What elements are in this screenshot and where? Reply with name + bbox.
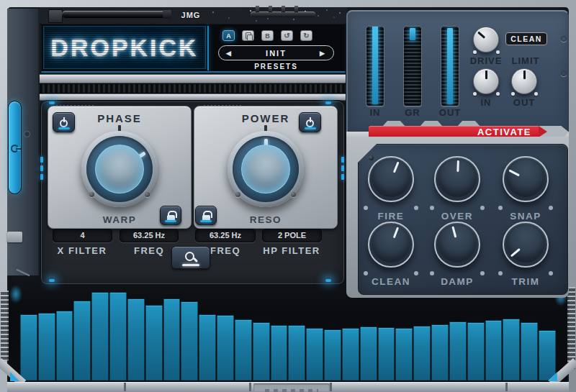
knob-max-dot: [496, 50, 500, 54]
spectrum-bar: [145, 305, 163, 380]
frame-notch: [124, 383, 126, 391]
lock-led: [200, 220, 212, 222]
brand-logo: JMG: [177, 9, 204, 21]
preset-slot-b-button[interactable]: B: [261, 30, 274, 41]
spectrum-bar: [127, 298, 145, 380]
circuit-speckles: [40, 7, 41, 9]
spectrum-bar: [485, 320, 503, 380]
knob-min-dot: [364, 271, 368, 275]
preset-copy-button[interactable]: [242, 30, 254, 41]
knob-max-dot: [496, 92, 500, 96]
knob-max-dot: [414, 206, 418, 210]
magnify-button[interactable]: [171, 246, 210, 269]
out-knob-label: OUT: [504, 97, 544, 108]
knob-screw: [291, 192, 296, 197]
frame-ladder-left: [1, 291, 9, 360]
over-knob[interactable]: OVER: [425, 150, 490, 224]
trim-knob[interactable]: TRIM: [493, 216, 558, 289]
knob-pointer: [474, 69, 498, 94]
spectrum-bar: [521, 322, 538, 380]
limit-mode-display[interactable]: CLEAN: [505, 32, 547, 45]
power-lock-button[interactable]: [195, 206, 217, 225]
spectrum-bar: [306, 328, 323, 380]
panel-corner-glow: [49, 279, 55, 282]
frame-notch: [249, 383, 251, 391]
meter-gr-label: GR: [398, 107, 427, 118]
master-power-pill[interactable]: [8, 101, 22, 194]
lock-led: [165, 220, 176, 222]
preset-prev-arrow[interactable]: ◀: [226, 46, 233, 61]
preset-selector[interactable]: ◀ INIT ▶: [218, 45, 334, 60]
hp-filter-value[interactable]: 2 POLE: [262, 229, 322, 242]
preset-next-arrow[interactable]: ▶: [320, 46, 326, 61]
presets-section-label: PRESETS: [218, 63, 334, 70]
magnify-underline: [182, 264, 199, 266]
spectrum-bar: [271, 325, 288, 380]
spectrum-bar: [38, 313, 55, 380]
spectrum-bar: [217, 315, 234, 380]
meter-out-fill: [447, 28, 453, 104]
damp-knob[interactable]: DAMP: [425, 216, 490, 289]
x-filter-value[interactable]: 4: [53, 229, 112, 242]
spectrum-bars: [20, 287, 556, 380]
knob-screw: [235, 192, 240, 197]
panel-corner-glow: [325, 279, 331, 282]
frame-notch: [505, 383, 508, 391]
panel-edge-light: [40, 165, 43, 171]
hp-filter-label: HP FILTER: [252, 245, 331, 256]
side-tab: [7, 232, 22, 242]
copy-pages-icon: [246, 32, 251, 39]
knob-max-dot: [480, 271, 485, 275]
spectrum-bar: [378, 327, 395, 380]
spectrum-bar: [449, 322, 467, 380]
rack-rail-top: [40, 74, 346, 83]
frame-ladder-right: [567, 287, 575, 369]
knob-screw: [89, 192, 94, 197]
side-screw-hole: [24, 131, 30, 137]
spectrum-bar: [431, 324, 449, 380]
magnifier-icon: [185, 252, 194, 261]
plugin-title: DROPKICK: [50, 34, 198, 62]
power-freq-value[interactable]: 63.25 Hz: [195, 229, 256, 242]
meter-in-fill: [372, 26, 378, 104]
knob-screw: [145, 192, 150, 197]
meter-out: [441, 26, 459, 106]
panel-edge-light: [40, 157, 43, 163]
meter-in-label: IN: [361, 107, 390, 118]
spectrum-bar: [413, 326, 431, 380]
phase-freq-value[interactable]: 63.25 Hz: [120, 229, 179, 242]
knob-pointer: [497, 150, 555, 209]
knob-min-dot: [473, 50, 477, 54]
preset-slot-a-button[interactable]: A: [222, 30, 235, 41]
redo-button[interactable]: ↻: [300, 30, 312, 41]
spectrum-bar: [342, 328, 359, 380]
corner-triangle-bottom-left: [10, 372, 19, 381]
knob-body: [503, 222, 549, 268]
knob-min-dot: [364, 206, 368, 210]
undo-button[interactable]: ↺: [281, 30, 293, 41]
rack-ribs: [40, 83, 346, 94]
knob-max-dot: [534, 92, 538, 96]
rack-handle-bracket: [48, 9, 63, 23]
rack-handle2-post: [294, 6, 298, 12]
fire-knob[interactable]: FIRE: [359, 150, 423, 224]
in-knob-label: IN: [466, 97, 506, 108]
panel-screw-hole: [561, 70, 567, 76]
panel-corner-glow: [49, 101, 55, 104]
knob-face: [95, 145, 144, 193]
spectrum-bar: [253, 322, 270, 380]
knob-pointer: [435, 157, 480, 201]
snap-knob[interactable]: SNAP: [493, 150, 558, 224]
warp-knob[interactable]: [76, 126, 163, 212]
phase-lock-button[interactable]: [160, 206, 181, 225]
knob-min-dot: [430, 206, 434, 210]
spectrum-bar: [163, 298, 181, 380]
reso-knob[interactable]: [222, 126, 309, 212]
spectrum-bar: [360, 327, 377, 380]
clean-knob[interactable]: CLEAN: [359, 216, 423, 289]
phase-power-button[interactable]: [53, 112, 75, 132]
rack-handle-bar: [62, 11, 168, 18]
meter-gr: [403, 26, 422, 106]
header-divider: [207, 26, 209, 70]
panel-screw-hole: [561, 36, 567, 42]
